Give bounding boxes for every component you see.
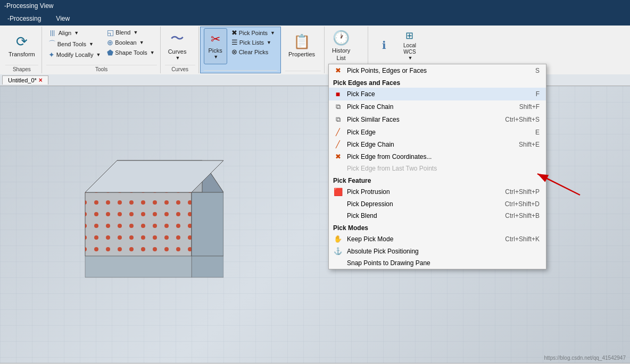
pick-points-button[interactable]: ✖ Pick Points ▼ bbox=[229, 28, 277, 37]
clear-picks-button[interactable]: ⊗ Clear Picks bbox=[229, 47, 277, 56]
header-pick-feature: Pick Feature bbox=[329, 174, 546, 185]
pick-face-chain-icon: ⧉ bbox=[333, 103, 343, 111]
svg-marker-9 bbox=[85, 256, 192, 277]
tools-small-col-2: ◱ Blend ▼ ⊕ Boolean ▼ ⬟ Shape Tools ▼ bbox=[105, 28, 156, 57]
transform-icon: ⟳ bbox=[16, 33, 28, 50]
shape-tools-button[interactable]: ⬟ Shape Tools ▼ bbox=[105, 48, 156, 57]
pick-face-icon: ■ bbox=[333, 90, 343, 98]
pick-pef-label: Pick Points, Edges or Faces bbox=[347, 67, 427, 74]
picks-chevron: ▼ bbox=[213, 54, 218, 60]
extra-buttons: ℹ ⊞ LocalWCS ▼ bbox=[372, 28, 421, 65]
absolute-pick-label: Absolute Pick Positioning bbox=[347, 248, 419, 255]
menu-item-pick-edge[interactable]: ╱ Pick Edge E bbox=[329, 126, 546, 138]
menu-item-snap-points[interactable]: Snap Points to Drawing Pane bbox=[329, 257, 546, 269]
menu-item-left-pfc: ⧉ Pick Face Chain bbox=[333, 103, 393, 111]
doc-tab-close[interactable]: × bbox=[39, 77, 43, 84]
pick-protrusion-label: Pick Protrusion bbox=[347, 188, 390, 196]
boolean-label: Boolean bbox=[115, 39, 136, 46]
picks-icon: ✂ bbox=[211, 32, 220, 46]
menu-item-pick-edge-coords[interactable]: ✖ Pick Edge from Coordinates... bbox=[329, 150, 546, 163]
pick-lists-icon: ☰ bbox=[231, 38, 238, 46]
blend-chevron: ▼ bbox=[133, 30, 138, 35]
boolean-button[interactable]: ⊕ Boolean ▼ bbox=[105, 38, 156, 47]
modify-icon: ✦ bbox=[48, 50, 55, 59]
picks-group-label bbox=[204, 70, 277, 72]
clear-picks-label: Clear Picks bbox=[239, 49, 269, 55]
menu-item-pick-blend[interactable]: Pick Blend Ctrl+Shift+B bbox=[329, 210, 546, 222]
menu-item-pick-edge-two-points: Pick Edge from Last Two Points bbox=[329, 163, 546, 174]
arrow-svg bbox=[521, 168, 585, 200]
shapes-group-label: Shapes bbox=[5, 65, 38, 72]
transform-label: Transform bbox=[9, 51, 35, 58]
menu-item-left-psf: ⧉ Pick Similar Faces bbox=[333, 115, 400, 124]
pick-similar-faces-label: Pick Similar Faces bbox=[347, 116, 400, 123]
transform-button[interactable]: ⟳ Transform bbox=[5, 28, 38, 64]
history-icon: 🕐 bbox=[333, 30, 350, 46]
blend-icon: ◱ bbox=[107, 28, 114, 37]
modify-button[interactable]: ✦ Modify Locally ▼ bbox=[46, 50, 103, 60]
watermark: https://blog.csdn.net/qq_41542947 bbox=[544, 355, 626, 361]
curves-group-label: Curves bbox=[165, 65, 195, 72]
menu-item-left-kpm: ✋ Keep Pick Mode bbox=[333, 235, 393, 243]
pick-edge-coords-label: Pick Edge from Coordinates... bbox=[347, 153, 432, 160]
pick-pef-icon: ✖ bbox=[333, 66, 343, 74]
menu-item-pick-edge-chain[interactable]: ╱ Pick Edge Chain Shift+E bbox=[329, 138, 546, 150]
menu-item-keep-pick-mode[interactable]: ✋ Keep Pick Mode Ctrl+Shift+K bbox=[329, 233, 546, 245]
doc-tab[interactable]: Untitled_0* × bbox=[2, 75, 48, 84]
tools-buttons: ⫼ Align ▼ ⌒ Bend Tools ▼ ✦ Modify Locall… bbox=[46, 28, 157, 65]
tab-processing[interactable]: -Processing bbox=[0, 12, 48, 26]
properties-icon: 📋 bbox=[293, 33, 310, 50]
boolean-chevron: ▼ bbox=[139, 40, 144, 45]
menu-item-pick-face[interactable]: ■ Pick Face F bbox=[329, 88, 546, 100]
svg-line-11 bbox=[537, 174, 580, 195]
pick-edge-two-label: Pick Edge from Last Two Points bbox=[347, 165, 437, 172]
menu-item-left-ap: ⚓ Absolute Pick Positioning bbox=[333, 247, 419, 255]
menu-item-left-pd: Pick Depression bbox=[333, 200, 393, 208]
menu-item-pick-face-chain[interactable]: ⧉ Pick Face Chain Shift+F bbox=[329, 100, 546, 113]
history-label: HistoryList bbox=[332, 47, 350, 61]
curves-button[interactable]: 〜 Curves ▼ bbox=[165, 28, 190, 64]
menu-item-pick-protrusion[interactable]: 🟥 Pick Protrusion Ctrl+Shift+P bbox=[329, 185, 546, 198]
shape-tools-chevron: ▼ bbox=[150, 50, 155, 55]
bend-label: Bend Tools bbox=[57, 41, 86, 47]
props-group-label bbox=[285, 71, 321, 72]
boolean-icon: ⊕ bbox=[107, 38, 113, 47]
menu-item-pick-depression[interactable]: Pick Depression Ctrl+Shift+D bbox=[329, 198, 546, 210]
dropdown-menu: ✖ Pick Points, Edges or Faces S Pick Edg… bbox=[328, 64, 546, 269]
menu-item-pick-similar-faces[interactable]: ⧉ Pick Similar Faces Ctrl+Shift+S bbox=[329, 113, 546, 126]
align-label: Align bbox=[59, 30, 71, 36]
curves-chevron: ▼ bbox=[176, 55, 180, 61]
picks-button[interactable]: ✂ Picks ▼ bbox=[204, 28, 227, 64]
history-button[interactable]: 🕐 HistoryList bbox=[329, 28, 353, 64]
align-button[interactable]: ⫼ Align ▼ bbox=[46, 28, 103, 38]
keep-pick-icon: ✋ bbox=[333, 235, 343, 243]
modify-chevron: ▼ bbox=[96, 52, 101, 57]
bend-button[interactable]: ⌒ Bend Tools ▼ bbox=[46, 39, 103, 49]
properties-button[interactable]: 📋 Properties bbox=[285, 28, 318, 64]
pick-similar-faces-shortcut: Ctrl+Shift+S bbox=[484, 116, 540, 123]
shape-tools-label: Shape Tools bbox=[115, 49, 147, 56]
menu-item-left-pp: 🟥 Pick Protrusion bbox=[333, 188, 390, 196]
group-properties: 📋 Properties bbox=[282, 27, 325, 73]
tools-group-label: Tools bbox=[46, 65, 157, 72]
props-buttons: 📋 Properties bbox=[285, 28, 321, 71]
blend-button[interactable]: ◱ Blend ▼ bbox=[105, 28, 156, 37]
menu-item-absolute-pick[interactable]: ⚓ Absolute Pick Positioning bbox=[329, 245, 546, 257]
pick-lists-button[interactable]: ☰ Pick Lists ▼ bbox=[229, 38, 277, 47]
info-button[interactable]: ℹ bbox=[372, 28, 396, 64]
absolute-pick-icon: ⚓ bbox=[333, 247, 343, 255]
align-icon: ⫼ bbox=[48, 28, 57, 38]
pick-edge-icon: ╱ bbox=[333, 128, 343, 136]
local-wcs-button[interactable]: ⊞ LocalWCS ▼ bbox=[398, 28, 421, 64]
tab-view[interactable]: View bbox=[48, 12, 77, 26]
picks-buttons: ✂ Picks ▼ ✖ Pick Points ▼ ☰ Pick Lists ▼… bbox=[204, 28, 277, 70]
pick-lists-label: Pick Lists bbox=[239, 39, 264, 46]
menu-item-pick-points-edges-faces[interactable]: ✖ Pick Points, Edges or Faces S bbox=[329, 64, 546, 77]
pick-similar-faces-icon: ⧉ bbox=[333, 115, 343, 124]
title-text: -Processing View bbox=[4, 2, 53, 10]
menu-item-left-sp: Snap Points to Drawing Pane bbox=[333, 259, 430, 267]
group-curves: 〜 Curves ▼ Curves bbox=[162, 27, 199, 73]
pick-blend-label: Pick Blend bbox=[347, 212, 377, 219]
menu-item-left-pec: ╱ Pick Edge Chain bbox=[333, 140, 394, 148]
keep-pick-shortcut: Ctrl+Shift+K bbox=[484, 235, 540, 243]
